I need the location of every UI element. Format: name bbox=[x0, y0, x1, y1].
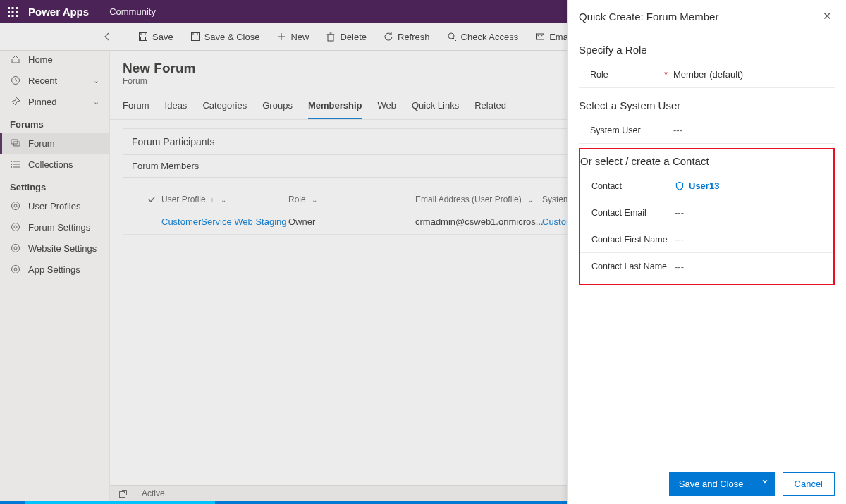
cancel-button[interactable]: Cancel bbox=[783, 472, 835, 496]
nav-collections-label: Collections bbox=[28, 159, 73, 170]
nav-collections[interactable]: Collections bbox=[0, 154, 109, 175]
nav-forum-settings-label: Forum Settings bbox=[28, 222, 90, 233]
nav-website-settings[interactable]: Website Settings bbox=[0, 238, 109, 259]
nav-user-profiles-label: User Profiles bbox=[28, 201, 80, 211]
nav-app-settings[interactable]: App Settings bbox=[0, 259, 109, 280]
nav-pinned[interactable]: Pinned ⌄ bbox=[0, 91, 109, 112]
section-sysuser-title: Select a System User bbox=[579, 88, 835, 117]
save-and-close-split: Save and Close bbox=[669, 472, 776, 496]
role-value[interactable]: Member (default) bbox=[673, 69, 835, 80]
pin-icon bbox=[10, 96, 21, 107]
tab-related[interactable]: Related bbox=[474, 96, 506, 119]
field-contact-last[interactable]: Contact Last Name --- bbox=[580, 253, 833, 280]
svg-rect-3 bbox=[8, 11, 10, 13]
svg-rect-5 bbox=[16, 11, 18, 13]
contact-icon bbox=[675, 181, 685, 191]
nav-forum[interactable]: Forum bbox=[0, 133, 109, 154]
refresh-button[interactable]: Refresh bbox=[376, 27, 437, 47]
svg-rect-36 bbox=[328, 35, 333, 41]
mail-icon bbox=[535, 32, 545, 42]
cfirst-label: Contact First Name bbox=[591, 235, 668, 245]
tab-quick-links[interactable]: Quick Links bbox=[412, 96, 459, 119]
tab-forum[interactable]: Forum bbox=[123, 96, 149, 119]
brand-separator bbox=[99, 6, 99, 18]
nav-section-forums: Forums bbox=[0, 112, 109, 133]
field-contact-email[interactable]: Contact Email --- bbox=[580, 199, 833, 226]
col-email[interactable]: Email Address (User Profile)⌄ bbox=[415, 195, 542, 204]
svg-rect-8 bbox=[16, 15, 18, 17]
section-contact-title: Or select / create a Contact bbox=[580, 152, 833, 173]
svg-rect-0 bbox=[8, 7, 10, 9]
svg-point-22 bbox=[12, 202, 20, 210]
save-dropdown-button[interactable] bbox=[754, 472, 776, 496]
chevron-down-icon: ⌄ bbox=[93, 97, 99, 106]
nav-forum-settings[interactable]: Forum Settings bbox=[0, 216, 109, 238]
check-access-label: Check Access bbox=[461, 32, 519, 42]
cemail-value[interactable]: --- bbox=[675, 207, 833, 218]
save-and-close-button[interactable]: Save and Close bbox=[669, 472, 754, 496]
svg-point-24 bbox=[12, 223, 20, 231]
trash-icon bbox=[326, 32, 336, 42]
contact-text: User13 bbox=[689, 180, 719, 191]
cfirst-value[interactable]: --- bbox=[675, 234, 833, 245]
contact-label: Contact bbox=[591, 181, 622, 191]
home-icon bbox=[10, 54, 21, 65]
row-user-link[interactable]: CustomerService Web Staging bbox=[161, 216, 288, 227]
contact-value[interactable]: User13 bbox=[675, 180, 833, 191]
refresh-label: Refresh bbox=[398, 32, 430, 42]
col-user[interactable]: User Profile ↑⌄ bbox=[161, 195, 288, 204]
gear-icon bbox=[10, 200, 21, 211]
flyout-title: Quick Create: Forum Member bbox=[579, 11, 819, 23]
field-system-user[interactable]: System User --- bbox=[579, 117, 835, 144]
nav-user-profiles[interactable]: User Profiles bbox=[0, 195, 109, 216]
quick-create-flyout: Quick Create: Forum Member ✕ Specify a R… bbox=[567, 0, 846, 504]
nav-home-label: Home bbox=[28, 54, 53, 65]
tab-categories[interactable]: Categories bbox=[202, 96, 247, 119]
svg-point-19 bbox=[11, 164, 11, 164]
chevron-down-icon: ⌄ bbox=[527, 196, 533, 204]
svg-rect-32 bbox=[191, 33, 199, 41]
back-button[interactable] bbox=[95, 27, 119, 46]
app-name[interactable]: Power Apps bbox=[28, 6, 89, 18]
role-label: Role bbox=[590, 70, 608, 80]
svg-point-25 bbox=[14, 247, 17, 250]
row-role: Owner bbox=[288, 216, 415, 227]
app-area[interactable]: Community bbox=[109, 6, 156, 17]
check-access-button[interactable]: Check Access bbox=[440, 27, 526, 47]
nav-recent[interactable]: Recent ⌄ bbox=[0, 70, 109, 91]
field-contact[interactable]: Contact User13 bbox=[580, 173, 833, 199]
col-role[interactable]: Role⌄ bbox=[288, 195, 415, 204]
field-role[interactable]: Role* Member (default) bbox=[579, 61, 835, 88]
check-access-icon bbox=[447, 32, 457, 42]
clast-value[interactable]: --- bbox=[675, 262, 833, 272]
tab-web[interactable]: Web bbox=[377, 96, 396, 119]
tab-membership[interactable]: Membership bbox=[308, 96, 362, 119]
save-close-button[interactable]: Save & Close bbox=[183, 27, 267, 47]
save-button[interactable]: Save bbox=[131, 27, 180, 47]
sysuser-value[interactable]: --- bbox=[673, 125, 835, 135]
row-email: crmadmin@csweb1.onmicros... bbox=[415, 216, 542, 227]
svg-point-27 bbox=[14, 268, 17, 271]
nav-website-settings-label: Website Settings bbox=[28, 243, 97, 254]
left-nav: Home Recent ⌄ Pinned ⌄ Forums Forum Coll… bbox=[0, 23, 110, 501]
open-in-new-icon[interactable] bbox=[118, 489, 128, 498]
tab-groups[interactable]: Groups bbox=[262, 96, 293, 119]
nav-home[interactable]: Home bbox=[0, 49, 109, 70]
close-button[interactable]: ✕ bbox=[819, 8, 835, 24]
chevron-down-icon: ⌄ bbox=[93, 76, 99, 85]
svg-point-28 bbox=[12, 266, 20, 273]
clock-icon bbox=[10, 75, 21, 86]
waffle-icon[interactable] bbox=[7, 6, 18, 18]
new-button[interactable]: New bbox=[269, 27, 316, 47]
svg-point-39 bbox=[448, 33, 454, 39]
delete-button[interactable]: Delete bbox=[319, 27, 374, 47]
flyout-footer: Save and Close Cancel bbox=[568, 464, 846, 504]
svg-rect-33 bbox=[193, 33, 197, 35]
required-marker: * bbox=[664, 70, 668, 80]
refresh-icon bbox=[384, 32, 393, 42]
field-contact-first[interactable]: Contact First Name --- bbox=[580, 226, 833, 253]
col-check[interactable] bbox=[132, 195, 161, 204]
svg-rect-6 bbox=[8, 15, 10, 17]
separator bbox=[125, 28, 125, 45]
tab-ideas[interactable]: Ideas bbox=[165, 96, 188, 119]
